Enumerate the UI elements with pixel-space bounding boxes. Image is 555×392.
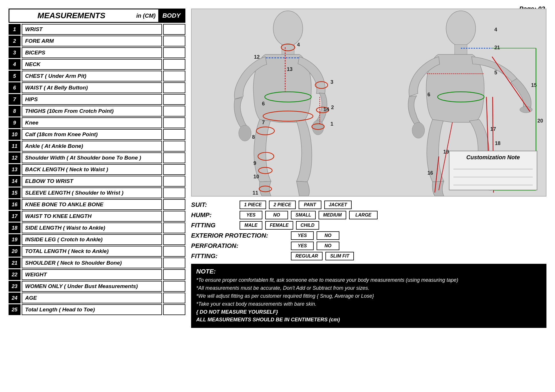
note-line: { DO NOT MEASURE YOURSELF} <box>196 308 541 316</box>
body-diagram: 1 2 3 12 13 4 <box>191 9 546 197</box>
row-value-box[interactable] <box>163 117 185 128</box>
measurements-title: MEASUREMENTS <box>9 9 133 22</box>
fitting-child-btn[interactable]: CHILD <box>296 221 319 230</box>
row-value-box[interactable] <box>163 82 185 93</box>
row-label: SHOULDER ( Neck to Shoulder Bone) <box>22 258 162 268</box>
row-number: 2 <box>9 36 21 46</box>
row-label: HIPS <box>22 94 162 105</box>
row-value-box[interactable] <box>163 304 185 315</box>
svg-text:9: 9 <box>254 160 256 166</box>
row-value-box[interactable] <box>163 293 185 303</box>
note-lines-container: *To ensure proper comfortablen fit, ask … <box>196 276 541 324</box>
hump-medium-btn[interactable]: MEDIUM <box>319 211 346 219</box>
svg-text:6: 6 <box>262 101 265 107</box>
row-number: 4 <box>9 59 21 70</box>
svg-point-41 <box>437 92 484 102</box>
row-value-box[interactable] <box>163 164 185 175</box>
row-number: 24 <box>9 293 21 303</box>
measurement-row: 25Total Length ( Head to Toe) <box>9 304 185 315</box>
hump-no-btn[interactable]: NO <box>265 211 288 219</box>
fitting2-regular-btn[interactable]: REGULAR <box>291 252 323 260</box>
svg-text:16: 16 <box>428 170 433 176</box>
row-value-box[interactable] <box>163 246 185 257</box>
row-label: Knee <box>22 117 162 128</box>
customization-note-box: Customization Note <box>449 151 537 190</box>
note-line-3 <box>453 179 533 185</box>
svg-point-33 <box>520 107 532 113</box>
row-number: 5 <box>9 71 21 81</box>
row-label: WAIST TO KNEE LENGTH <box>22 211 162 222</box>
row-value-box[interactable] <box>163 281 185 292</box>
suit-pant-btn[interactable]: PANT <box>299 201 321 209</box>
measurement-row: 10Calf (18cm from Knee Point) <box>9 129 185 140</box>
row-label: THIGHS (10cm From Crotch Point) <box>22 106 162 117</box>
row-value-box[interactable] <box>163 129 185 140</box>
hump-small-btn[interactable]: SMALL <box>291 211 316 219</box>
row-label: TOTAL LENGTH ( Neck to Ankle) <box>22 246 162 257</box>
svg-point-16 <box>265 92 311 102</box>
exterior-yes-btn[interactable]: YES <box>291 231 314 240</box>
measurement-row: 13BACK LENGTH ( Neck to Waist ) <box>9 164 185 175</box>
note-line: *All measurements must be accurate, Don'… <box>196 284 541 292</box>
row-value-box[interactable] <box>163 141 185 152</box>
fitting2-row: FITTING: REGULAR SLIM FIT <box>191 252 546 260</box>
row-label: Shoulder Width ( At Shoulder bone To Bon… <box>22 152 162 163</box>
row-value-box[interactable] <box>163 71 185 81</box>
row-value-box[interactable] <box>163 199 185 210</box>
svg-text:15: 15 <box>531 82 537 88</box>
right-panel: 1 2 3 12 13 4 <box>191 9 546 386</box>
row-value-box[interactable] <box>163 234 185 245</box>
svg-text:5: 5 <box>494 70 497 75</box>
svg-text:10: 10 <box>254 174 259 179</box>
perforation-row: PERFORATION: YES NO <box>191 242 546 250</box>
svg-text:14: 14 <box>323 107 329 112</box>
row-value-box[interactable] <box>163 59 185 70</box>
row-value-box[interactable] <box>163 258 185 268</box>
row-value-box[interactable] <box>163 269 185 280</box>
row-label: KNEE BONE TO ANKLE BONE <box>22 199 162 210</box>
row-value-box[interactable] <box>163 176 185 187</box>
measurement-row: 9Knee <box>9 117 185 128</box>
measurement-row: 15SLEEVE LENGTH ( Shoulder to Wrist ) <box>9 187 185 198</box>
row-value-box[interactable] <box>163 94 185 105</box>
svg-text:11: 11 <box>253 190 258 196</box>
perforation-label: PERFORATION: <box>191 242 288 250</box>
row-value-box[interactable] <box>163 187 185 198</box>
row-value-box[interactable] <box>163 222 185 233</box>
row-number: 20 <box>9 246 21 257</box>
measurement-rows: 1WRIST2FORE ARM3BICEPS4NECK5CHEST ( Unde… <box>9 24 185 315</box>
row-value-box[interactable] <box>163 36 185 46</box>
exterior-no-btn[interactable]: NO <box>317 231 339 240</box>
fitting-male-btn[interactable]: MALE <box>240 221 262 230</box>
svg-text:8: 8 <box>252 134 255 140</box>
row-label: Total Length ( Head to Toe) <box>22 304 162 315</box>
perforation-yes-btn[interactable]: YES <box>291 242 314 250</box>
suit-1piece-btn[interactable]: 1 PIECE <box>240 201 266 209</box>
svg-text:12: 12 <box>254 54 260 60</box>
measurement-row: 3BICEPS <box>9 47 185 58</box>
row-number: 15 <box>9 187 21 198</box>
row-label: AGE <box>22 293 162 303</box>
suit-jacket-btn[interactable]: JACKET <box>324 201 352 209</box>
row-label: INSIDE LEG ( Crotch to Ankle) <box>22 234 162 245</box>
fitting2-slimfit-btn[interactable]: SLIM FIT <box>325 252 354 260</box>
row-value-box[interactable] <box>163 152 185 163</box>
svg-point-0 <box>273 11 303 46</box>
note-line-2 <box>453 171 533 177</box>
fitting-female-btn[interactable]: FEMALE <box>265 221 293 230</box>
perforation-no-btn[interactable]: NO <box>317 242 339 250</box>
row-value-box[interactable] <box>163 47 185 58</box>
row-value-box[interactable] <box>163 24 185 35</box>
page-container: Page: 02 MEASUREMENTS in (CM) BODY 1WRIS… <box>0 0 555 392</box>
svg-point-14 <box>281 44 295 51</box>
row-number: 10 <box>9 129 21 140</box>
svg-text:1: 1 <box>331 121 333 127</box>
measurement-row: 19INSIDE LEG ( Crotch to Ankle) <box>9 234 185 245</box>
row-value-box[interactable] <box>163 211 185 222</box>
measurement-row: 2FORE ARM <box>9 36 185 46</box>
hump-yes-btn[interactable]: YES <box>240 211 262 219</box>
note-section: NOTE: *To ensure proper comfortablen fit… <box>191 264 546 328</box>
suit-2piece-btn[interactable]: 2 PIECE <box>269 201 295 209</box>
row-value-box[interactable] <box>163 106 185 117</box>
hump-large-btn[interactable]: LARGE <box>349 211 378 219</box>
